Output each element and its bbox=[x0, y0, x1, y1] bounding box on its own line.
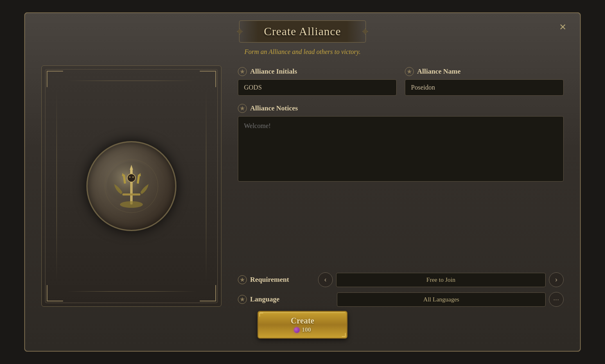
vert-line-left bbox=[56, 90, 57, 282]
modal-body: Alliance Initials Alliance Name bbox=[41, 65, 564, 307]
requirement-next-button[interactable]: › bbox=[549, 272, 564, 287]
alliance-notices-group: Alliance Notices bbox=[238, 104, 564, 264]
badge-svg bbox=[103, 157, 160, 215]
form-panel: Alliance Initials Alliance Name bbox=[238, 65, 564, 307]
svg-rect-2 bbox=[130, 182, 133, 204]
create-button-wrap: Create 100 bbox=[257, 311, 348, 339]
dots-icon: ··· bbox=[553, 296, 560, 303]
create-button-cost-value: 100 bbox=[302, 326, 311, 333]
svg-point-11 bbox=[127, 174, 135, 182]
alliance-name-input[interactable] bbox=[405, 79, 564, 96]
corner-decor-br bbox=[200, 285, 216, 301]
corner-decor-tl bbox=[47, 71, 63, 87]
svg-point-9 bbox=[120, 201, 143, 208]
overlay: × Create Alliance Form an Alliance and l… bbox=[0, 0, 605, 364]
language-label: Language bbox=[250, 295, 280, 303]
alliance-initials-group: Alliance Initials bbox=[238, 67, 397, 96]
close-button[interactable]: × bbox=[555, 20, 570, 34]
create-button-label: Create bbox=[291, 316, 314, 326]
alliance-badge[interactable] bbox=[86, 141, 176, 231]
requirement-row: Requirement ‹ Free to Join › bbox=[238, 272, 564, 287]
horiz-line-top bbox=[66, 81, 196, 81]
options-wrap: Requirement ‹ Free to Join › bbox=[238, 272, 564, 307]
prev-arrow-icon: ‹ bbox=[324, 276, 326, 283]
alliance-notices-label: Alliance Notices bbox=[238, 104, 564, 113]
next-arrow-icon: › bbox=[555, 276, 557, 283]
requirement-prev-button[interactable]: ‹ bbox=[318, 272, 333, 287]
title-bar: Create Alliance bbox=[239, 20, 366, 43]
requirement-label-wrap: Requirement bbox=[238, 275, 312, 284]
language-label-wrap: Language bbox=[238, 295, 312, 304]
vert-line-right bbox=[206, 90, 206, 282]
alliance-name-label: Alliance Name bbox=[405, 67, 564, 76]
notices-label-icon bbox=[238, 104, 247, 113]
alliance-initials-label: Alliance Initials bbox=[238, 67, 397, 76]
requirement-value: Free to Join bbox=[336, 273, 546, 287]
name-label-icon bbox=[405, 67, 414, 76]
initials-label-icon bbox=[238, 67, 247, 76]
language-label-icon bbox=[238, 295, 247, 304]
create-button-cost: 100 bbox=[294, 326, 311, 333]
alliance-name-group: Alliance Name bbox=[405, 67, 564, 96]
corner-decor-tr bbox=[200, 71, 216, 87]
corner-decor-bl bbox=[47, 285, 63, 301]
gem-icon bbox=[294, 327, 300, 333]
alliance-initials-input[interactable] bbox=[238, 79, 397, 96]
modal-container: × Create Alliance Form an Alliance and l… bbox=[24, 12, 581, 352]
horiz-line-bottom bbox=[66, 291, 196, 292]
language-row: Language All Languages ··· bbox=[238, 292, 564, 307]
modal-subtitle: Form an Alliance and lead others to vict… bbox=[244, 48, 361, 56]
initials-name-row: Alliance Initials Alliance Name bbox=[238, 67, 564, 96]
language-value-wrap: All Languages ··· bbox=[318, 292, 564, 307]
requirement-label-icon bbox=[238, 275, 247, 284]
create-button[interactable]: Create 100 bbox=[257, 311, 348, 339]
modal-header: Create Alliance Form an Alliance and lea… bbox=[41, 13, 564, 56]
language-value: All Languages bbox=[337, 292, 546, 307]
svg-point-13 bbox=[132, 176, 134, 178]
requirement-value-wrap: ‹ Free to Join › bbox=[318, 272, 564, 287]
svg-point-12 bbox=[129, 176, 131, 178]
alliance-notices-textarea[interactable] bbox=[238, 116, 564, 182]
alliance-badge-panel bbox=[41, 65, 221, 307]
requirement-label: Requirement bbox=[250, 276, 289, 284]
svg-rect-10 bbox=[122, 193, 140, 195]
modal-title: Create Alliance bbox=[264, 25, 341, 38]
language-more-button[interactable]: ··· bbox=[549, 292, 564, 307]
